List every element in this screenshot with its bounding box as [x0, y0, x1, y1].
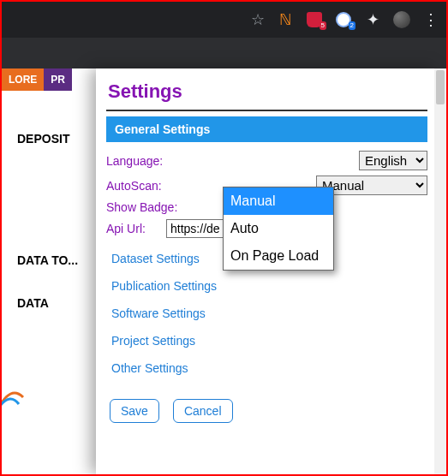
- page-tab-explore[interactable]: LORE: [2, 68, 44, 91]
- cancel-button[interactable]: Cancel: [173, 399, 233, 423]
- link-other-settings[interactable]: Other Settings: [111, 361, 422, 375]
- autoscan-dropdown[interactable]: Manual Auto On Page Load: [223, 187, 334, 271]
- page-tab-pr[interactable]: PR: [44, 68, 72, 91]
- language-label: Language:: [106, 154, 192, 168]
- link-publication-settings[interactable]: Publication Settings: [111, 279, 422, 293]
- page-background: LORE PR DEPOSIT DATA TO... DATA: [2, 68, 96, 474]
- browser-toolbar: ☆ ℕ 5 2 ✦ ⋮: [2, 2, 446, 38]
- globe-badge: 2: [349, 21, 355, 30]
- sidebar-item-datato[interactable]: DATA TO...: [2, 247, 96, 274]
- globe-extension-icon[interactable]: 2: [335, 11, 352, 28]
- general-settings-header: General Settings: [106, 116, 427, 142]
- sidebar-item-deposit[interactable]: DEPOSIT: [2, 125, 96, 152]
- autoscan-label: AutoScan:: [106, 179, 192, 193]
- language-select[interactable]: English: [359, 151, 427, 170]
- sidebar-item-data[interactable]: DATA: [2, 289, 96, 317]
- settings-title: Settings: [108, 80, 427, 103]
- shield-badge: 5: [320, 21, 326, 30]
- dropdown-option-auto[interactable]: Auto: [224, 215, 333, 242]
- dropdown-option-onpageload[interactable]: On Page Load: [224, 242, 333, 270]
- swirl-decoration-icon: [2, 380, 27, 414]
- panel-scrollbar-track[interactable]: [434, 68, 446, 474]
- extensions-icon[interactable]: ✦: [364, 11, 381, 28]
- title-divider: [106, 110, 427, 111]
- panel-scrollbar-thumb[interactable]: [436, 70, 445, 104]
- dropdown-option-manual[interactable]: Manual: [224, 187, 333, 215]
- browser-bookmarks-bar: [2, 38, 446, 68]
- settings-panel: Settings General Settings Language: Engl…: [96, 68, 438, 474]
- save-button[interactable]: Save: [110, 399, 159, 423]
- apiurl-label: Api Url:: [106, 222, 158, 235]
- link-software-settings[interactable]: Software Settings: [111, 306, 422, 320]
- profile-avatar[interactable]: [393, 11, 410, 28]
- shield-extension-icon[interactable]: 5: [306, 11, 323, 28]
- showbadge-label: Show Badge:: [106, 200, 192, 214]
- rss-icon[interactable]: ℕ: [277, 11, 294, 28]
- bookmark-star-icon[interactable]: ☆: [251, 10, 265, 29]
- link-project-settings[interactable]: Project Settings: [111, 334, 422, 348]
- menu-kebab-icon[interactable]: ⋮: [422, 11, 439, 28]
